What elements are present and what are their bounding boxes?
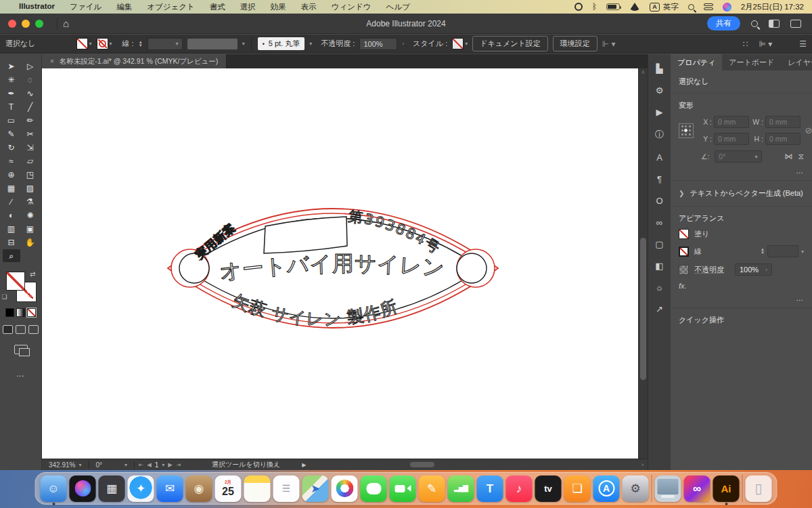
menu-item[interactable]: 編集 [116,2,132,12]
swap-fill-stroke-icon[interactable]: ⇄ [30,270,35,278]
panel-icon-links[interactable]: ∞ [652,217,668,228]
tool-slice[interactable]: ⊟ [3,236,20,249]
tool-free-transform[interactable]: ▱ [22,154,39,167]
angle-field[interactable]: 0° ▾ [715,150,761,163]
draw-inside-icon[interactable] [28,325,39,334]
preferences-button[interactable]: 環境設定 [553,36,597,51]
canvas[interactable]: 第393884号 オートバイ用サイレン 矢萩 サイレン 製作所 実用新案 [42,68,638,459]
tool-blend[interactable]: ◐ [3,209,20,221]
isolate-icon[interactable]: ⊩ ▾ [602,39,616,49]
dock-reminders[interactable]: ☰ [273,475,300,502]
tool-paintbrush[interactable]: ✏ [22,114,39,127]
tool-pencil[interactable]: ✎ [3,127,20,140]
dock-calendar[interactable]: 2月 25 [215,475,242,502]
tool-line-segment[interactable]: ╱ [22,100,39,113]
default-fill-stroke-icon[interactable]: ❏ [2,293,7,300]
dock-safari[interactable]: ✦ [128,475,154,502]
arrange-documents-icon[interactable] [769,20,780,28]
menu-item[interactable]: オブジェクト [147,2,195,12]
tool-gradient[interactable]: ▨ [22,182,39,194]
dock-facetime[interactable] [390,475,416,502]
stroke-color-swatch[interactable] [97,38,108,49]
tool-curvature[interactable]: ∿ [22,87,39,100]
battery-icon[interactable] [606,3,620,10]
color-button[interactable] [5,308,14,317]
dock-music[interactable]: ♪ [506,475,533,502]
fill-dropdown-chevron[interactable]: ▾ [89,41,92,47]
panel-icon-pathfinder[interactable]: ◧ [652,261,668,271]
menu-item[interactable]: 選択 [240,2,256,12]
w-field[interactable]: 0 mm [765,116,800,128]
tool-symbol-sprayer[interactable]: ✺ [22,209,39,221]
opacity-field[interactable]: 100% [359,38,397,50]
vertical-scrollbar[interactable]: ∧ [638,68,648,459]
tool-perspective-grid[interactable]: ◳ [22,168,39,181]
tool-zoom[interactable]: ⌕ [3,249,20,262]
artboard-number[interactable]: 1 [155,461,159,469]
dock-illustrator[interactable]: Ai [713,475,740,502]
tool-rectangle[interactable]: ▭ [3,114,20,127]
home-icon[interactable]: ⌂ [57,18,74,30]
panel-tab-artboards[interactable]: アートボード [722,54,781,70]
vertical-scrollbar-thumb[interactable] [640,238,646,380]
appearance-stroke-field[interactable] [767,245,798,257]
search-icon[interactable] [751,20,758,27]
h-field[interactable]: 0 mm [765,133,800,145]
menu-item[interactable]: 表示 [301,2,317,12]
dock-options-icon[interactable]: ⊫ ▾ [759,39,772,49]
dock-notes[interactable] [244,475,271,502]
stroke-weight-field[interactable]: ▾ [148,38,183,50]
horizontal-scrollbar[interactable] [310,461,637,468]
dock-finder[interactable]: ☺ [41,475,67,502]
close-window-button[interactable] [8,20,16,28]
dock-contacts[interactable]: ◉ [186,475,212,502]
appearance-opacity-field[interactable]: 100% › [735,263,772,276]
tool-knife[interactable]: ∕ [3,195,20,208]
stroke-dropdown-chevron[interactable]: ▾ [110,41,112,47]
menu-item[interactable]: ファイル [70,2,102,12]
dock-messages[interactable] [361,475,387,502]
share-button[interactable]: 共有 [707,16,740,30]
wifi-icon[interactable] [629,3,640,11]
previous-artboard-icon[interactable]: ◀ [147,461,152,468]
dock-siri[interactable] [70,475,96,502]
status-play-icon[interactable]: ▶ [302,462,306,468]
panel-icon-document-info[interactable]: ⓘ [652,129,668,141]
panel-list-icon[interactable]: ☰ [799,39,807,49]
panel-tab-properties[interactable]: プロパティ [671,54,722,70]
dock-numbers[interactable]: ▂▅▇ [448,475,474,502]
minimize-window-button[interactable] [22,20,30,28]
close-tab-icon[interactable]: × [50,58,54,65]
dock-screenshot-preview[interactable] [655,475,681,502]
profile-dropdown-chevron[interactable]: ▾ [242,41,245,47]
dock-maps[interactable]: ➤ [302,475,329,502]
fill-indicator-swatch[interactable] [6,272,25,291]
spotlight-search-icon[interactable] [688,4,694,10]
next-artboard-icon[interactable]: ▶ [168,461,173,468]
tool-width[interactable]: ≈ [3,154,20,167]
tool-lasso[interactable]: ◌ [22,73,39,86]
appearance-fill-swatch[interactable] [679,229,689,239]
document-setup-button[interactable]: ドキュメント設定 [472,36,548,51]
dock-app-store[interactable]: A [593,475,620,502]
dock-mail[interactable]: ✉ [157,475,183,502]
screen-mode-icon[interactable] [14,345,28,354]
panel-icon-paragraph[interactable]: ¶ [652,174,668,184]
menu-item[interactable]: ウィンドウ [332,2,371,12]
tool-direct-selection[interactable]: ▷ [22,60,39,72]
appearance-stroke-swatch[interactable] [679,247,689,257]
dock-icon[interactable] [652,475,652,502]
style-dropdown-chevron[interactable]: ▾ [465,41,468,47]
grid-options-icon[interactable]: ∷ [743,39,748,49]
menu-item[interactable]: 書式 [210,2,225,12]
dock-icon[interactable] [742,475,743,502]
tool-scale[interactable]: ⇲ [22,141,39,154]
menu-item[interactable]: ヘルプ [386,2,410,12]
reference-point-selector[interactable] [679,123,694,138]
panel-icon-opentype[interactable]: O [652,196,668,206]
creative-cloud-menu-icon[interactable] [574,3,583,11]
rotation-dropdown[interactable]: 0° ▾ [93,461,131,469]
stroke-weight-stepper[interactable]: ▲▼ [139,41,143,47]
input-source-menu[interactable]: A 英字 [650,2,679,12]
dock-creative-cloud[interactable]: ∞ [684,475,710,502]
